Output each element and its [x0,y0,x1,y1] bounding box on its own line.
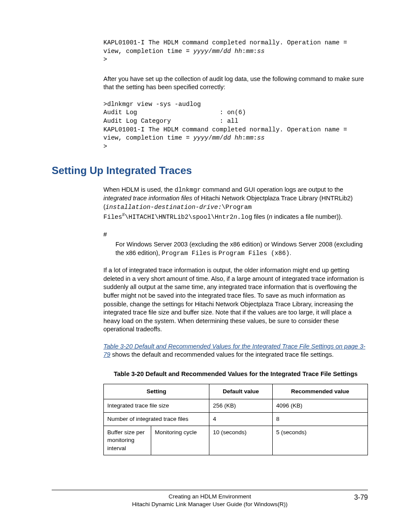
code-line: >dlnkmgr view -sys -audlog [103,101,201,108]
path: Program Files (x86) [218,250,290,257]
sep: : [253,48,257,55]
ts: yyyy [193,134,209,141]
table-row: Buffer size per monitoring interval Moni… [104,426,368,455]
cell: 256 (KB) [209,399,273,412]
txt: . [290,249,291,256]
txt: When HDLM is used, the [103,186,174,193]
ts: dd hh [223,48,242,55]
code-line: Audit Log Category : all [103,118,238,124]
cell: 10 (seconds) [209,426,273,455]
cell: 5 (seconds) [273,426,368,455]
path-var: installation-destination-drive: [106,204,222,211]
txt: files ( [252,213,269,220]
path: .log [237,214,252,221]
code-line: view, completion time = [103,134,193,141]
code-line: > [103,56,107,63]
paragraph-intro: When HDLM is used, the dlnkmgr command a… [103,186,368,222]
code-line: KAPL01001-I The HDLM command completed n… [103,126,351,133]
footer-chapter: Creating an HDLM Environment [52,493,368,501]
txt: shows the default and recommended values… [110,351,333,358]
path: Program Files [162,250,210,257]
code-output-1: KAPL01001-I The HDLM command completed n… [103,39,368,64]
cell: Buffer size per monitoring interval [104,426,151,455]
table-row: Integrated trace file size 256 (KB) 4096… [104,399,368,412]
code-line: > [103,143,107,150]
cell: 4 [209,412,273,426]
table-row: Number of integrated trace files 4 8 [104,412,368,426]
cell: Monitoring cycle [151,426,209,455]
code-output-2: >dlnkmgr view -sys -audlog Audit Log : o… [103,100,368,151]
table-caption: Table 3-20 Default and Recommended Value… [103,370,368,379]
section-heading: Setting Up Integrated Traces [52,164,368,177]
code-line: Audit Log : on(6) [103,109,246,116]
var: n [234,214,237,221]
ts: mm [246,134,253,141]
ts: yyyy [193,48,209,55]
cell: 4096 (KB) [273,399,368,412]
ts: ss [257,48,265,55]
txt: indicates a file number)). [272,213,342,220]
cell: 8 [273,412,368,426]
txt: is [210,249,218,256]
footer-guide: Hitachi Dynamic Link Manager User Guide … [52,501,368,508]
th-recommended: Recommended value [273,384,368,399]
ts: dd hh [223,134,242,141]
cmd: dlnkmgr [174,187,201,193]
page-number: 3-79 [354,493,368,502]
var: n [269,213,272,220]
code-line: view, completion time = [103,48,193,55]
page-footer: Creating an HDLM Environment Hitachi Dyn… [52,490,368,508]
th-setting: Setting [104,384,209,399]
settings-table: Setting Default value Recommended value … [103,384,368,455]
ts: mm [246,48,253,55]
cell: Number of integrated trace files [104,412,209,426]
em: integrated trace information files [103,195,192,202]
paragraph-audit-followup: After you have set up the collection of … [103,75,368,92]
code-line: KAPL01001-I The HDLM command completed n… [103,39,351,46]
ts: mm [212,48,219,55]
paragraph-table-ref: Table 3-20 Default and Recommended Value… [103,342,368,359]
path: \HITACHI\HNTRLib2\spool\Hntr2 [125,214,234,221]
ts: mm [212,134,219,141]
cell: Integrated trace file size [104,399,209,412]
sep: : [242,134,246,141]
ts: ss [257,134,265,141]
sep: : [242,48,246,55]
table-header-row: Setting Default value Recommended value [104,384,368,399]
footnote-symbol: # [103,230,368,239]
footnote-body: For Windows Server 2003 (excluding the x… [115,240,368,258]
th-default: Default value [209,384,273,399]
txt: command and GUI operation logs are outpu… [201,186,343,193]
paragraph-tradeoffs: If a lot of integrated trace information… [103,266,368,334]
sep: : [253,134,257,141]
